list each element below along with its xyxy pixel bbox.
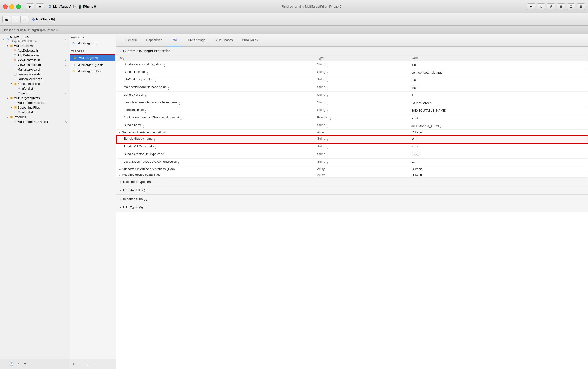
value-stepper[interactable]: ▲▼ bbox=[154, 146, 156, 150]
value-stepper[interactable]: ▲▼ bbox=[179, 102, 180, 106]
mp-item-target-2[interactable]: ⚙ MultiTargetPrjDev bbox=[69, 68, 116, 74]
value-cell: (4 items) bbox=[409, 166, 588, 172]
stop-button[interactable]: ■ bbox=[36, 3, 44, 10]
row-expand-icon[interactable]: ▸ bbox=[119, 174, 120, 176]
value-stepper[interactable]: ▲▼ bbox=[154, 138, 155, 142]
close-button[interactable] bbox=[3, 4, 8, 9]
run-button[interactable]: ▶ bbox=[26, 3, 34, 10]
type-stepper[interactable]: ▲▼ bbox=[326, 64, 328, 68]
value-stepper[interactable]: ▲▼ bbox=[154, 79, 156, 83]
breadcrumb-label[interactable]: MultiTargetPrj bbox=[36, 18, 55, 21]
value-stepper[interactable]: ▲▼ bbox=[143, 125, 145, 128]
list-view-btn[interactable]: ≡ bbox=[527, 3, 535, 10]
value-dropdown[interactable]: ⌄ bbox=[419, 117, 422, 120]
type-stepper[interactable]: ▲▼ bbox=[329, 117, 331, 121]
maximize-button[interactable] bbox=[16, 4, 21, 9]
value-dropdown[interactable]: ⌄ bbox=[417, 161, 419, 164]
table-row: InfoDictionary version▲▼ bbox=[117, 76, 314, 84]
tab-general[interactable]: General bbox=[121, 34, 141, 46]
type-stepper[interactable]: ▲▼ bbox=[326, 87, 328, 91]
sidebar-item-tests-m[interactable]: m MultiTargetPrjTests.m bbox=[0, 100, 69, 105]
back-forward-btn[interactable]: ⇄ bbox=[547, 3, 555, 10]
sidebar-item-main-m[interactable]: m main.m M bbox=[0, 91, 69, 95]
recent-btn[interactable]: 🕐 bbox=[9, 361, 14, 367]
type-stepper[interactable]: ▲▼ bbox=[326, 94, 328, 98]
tab-info[interactable]: Info bbox=[167, 34, 181, 46]
sidebar-item-launchscreen[interactable]: □ LaunchScreen.xib bbox=[0, 76, 69, 81]
target-icon: ⚙ bbox=[71, 69, 76, 73]
sidebar-item-appdelegate-m[interactable]: m AppDelegate.m bbox=[0, 53, 69, 57]
minimize-button[interactable] bbox=[10, 4, 14, 9]
tab-build-rules[interactable]: Build Rules bbox=[238, 34, 263, 46]
settings-btn[interactable]: ⊙ bbox=[84, 361, 90, 367]
value-stepper[interactable]: ▲▼ bbox=[163, 64, 165, 68]
type-stepper[interactable]: ▲▼ bbox=[326, 146, 328, 150]
sidebar-item-supporting-files-1[interactable]: ▾ ▣ Supporting Files bbox=[0, 81, 69, 86]
sidebar-toggle-btn[interactable]: ▯ bbox=[557, 3, 565, 10]
tab-build-phases[interactable]: Build Phases bbox=[210, 34, 238, 46]
traffic-lights bbox=[3, 4, 21, 9]
value-stepper[interactable]: ▲▼ bbox=[145, 94, 147, 98]
value-cell[interactable]: MT bbox=[409, 135, 588, 143]
custom-ios-section: ▾ Custom iOS Target Properties Key Type … bbox=[116, 47, 588, 178]
file-label: Main.storyboard bbox=[18, 68, 69, 71]
type-stepper[interactable]: ▲▼ bbox=[326, 125, 328, 128]
sidebar-item-multitargetprj-folder[interactable]: ▾ ▣ MultiTargetPrj bbox=[0, 43, 69, 48]
sidebar-item-main-storyboard[interactable]: □ Main.storyboard bbox=[0, 67, 69, 72]
mp-item-project[interactable]: ⚙ MultiTargetPrj bbox=[69, 40, 116, 46]
sidebar-item-info-plist-2[interactable]: ≡ Info.plist bbox=[0, 110, 69, 114]
sidebar-item-supporting-files-2[interactable]: ▾ ▣ Supporting Files bbox=[0, 105, 69, 110]
value-stepper[interactable]: ▲▼ bbox=[168, 87, 169, 91]
tab-capabilities[interactable]: Capabilities bbox=[141, 34, 167, 46]
project-icon: ⚙ bbox=[71, 41, 76, 45]
remove-target-btn[interactable]: − bbox=[77, 361, 83, 367]
mp-item-target-0[interactable]: ⚙ MultiTargetPrj bbox=[70, 54, 115, 61]
type-stepper[interactable]: ▲▼ bbox=[326, 154, 328, 157]
row-expand-icon[interactable]: ▸ bbox=[119, 168, 120, 171]
collapsible-section[interactable]: ▸ URL Types (0) bbox=[116, 203, 588, 212]
file-label: MultiTargetPrjTests.m bbox=[18, 101, 69, 104]
navigator-btn[interactable]: ⊟ bbox=[577, 3, 585, 10]
bookmark-btn[interactable]: ⚑ bbox=[22, 361, 28, 367]
mp-item-target-1[interactable]: □ MultiTargetPrjTests bbox=[69, 62, 116, 68]
panel-toggle-btn[interactable]: ⊞ bbox=[2, 16, 11, 23]
add-file-btn[interactable]: + bbox=[2, 361, 8, 367]
value-stepper[interactable]: ▲▼ bbox=[147, 72, 149, 75]
type-stepper[interactable]: ▲▼ bbox=[326, 138, 328, 142]
type-stepper[interactable]: ▲▼ bbox=[326, 161, 328, 165]
collapsible-section[interactable]: ▸ Document Types (0) bbox=[116, 178, 588, 186]
section-title-row[interactable]: ▾ Custom iOS Target Properties bbox=[116, 47, 588, 55]
type-stepper[interactable]: ▲▼ bbox=[326, 110, 328, 113]
tab-build-settings[interactable]: Build Settings bbox=[181, 34, 210, 46]
forward-button[interactable]: › bbox=[20, 16, 29, 23]
split-view-btn[interactable]: ⊡ bbox=[567, 3, 575, 10]
sidebar-item-info-plist-1[interactable]: ≡ Info.plist bbox=[0, 86, 69, 91]
sidebar-item-appdelegate-h[interactable]: h AppDelegate.h bbox=[0, 48, 69, 53]
sidebar-item-tests-folder[interactable]: ▾ ▣ MultiTargetPrjTests bbox=[0, 95, 69, 100]
type-stepper[interactable]: ▲▼ bbox=[326, 72, 328, 75]
info-btn[interactable]: ⊘ bbox=[537, 3, 545, 10]
value-stepper[interactable]: ▲▼ bbox=[145, 110, 147, 113]
sidebar-item-viewcontroller-m[interactable]: m ViewController.m M bbox=[0, 62, 69, 67]
value-stepper[interactable]: ▲▼ bbox=[178, 161, 180, 165]
value-stepper[interactable]: ▲▼ bbox=[165, 154, 167, 157]
file-label: LaunchScreen.xib bbox=[18, 77, 69, 81]
row-expand-icon[interactable]: ▸ bbox=[119, 131, 120, 134]
back-button[interactable]: ‹ bbox=[12, 16, 20, 23]
folder-icon: ▣ bbox=[13, 105, 18, 109]
collapsible-section[interactable]: ▸ Exported UTIs (0) bbox=[116, 186, 588, 195]
sidebar-item-viewcontroller-h[interactable]: h ViewController.h M bbox=[0, 57, 69, 62]
expand-arrow: ▾ bbox=[6, 44, 9, 47]
sidebar-item-root[interactable]: ▾ ⚙ MultiTargetPrj 3 targets, iOS SDK 8.… bbox=[0, 35, 69, 43]
sidebar-item-dev-plist[interactable]: ≡ MultiTargetPrjDev.plist A bbox=[0, 119, 69, 124]
collapsible-section[interactable]: ▸ Imported UTIs (0) bbox=[116, 195, 588, 203]
expand-icon: ▾ bbox=[2, 38, 5, 41]
type-stepper[interactable]: ▲▼ bbox=[326, 79, 328, 83]
add-target-btn[interactable]: + bbox=[71, 361, 76, 367]
type-stepper[interactable]: ▲▼ bbox=[326, 102, 328, 106]
header-file-icon: h bbox=[13, 58, 18, 62]
sidebar-item-images-xcassets[interactable]: ◫ Images.xcassets bbox=[0, 72, 69, 76]
sidebar-item-products-folder[interactable]: ▸ ▣ Products bbox=[0, 114, 69, 119]
value-stepper[interactable]: ▲▼ bbox=[180, 117, 182, 121]
warning-btn[interactable]: ⚠ bbox=[15, 361, 21, 367]
